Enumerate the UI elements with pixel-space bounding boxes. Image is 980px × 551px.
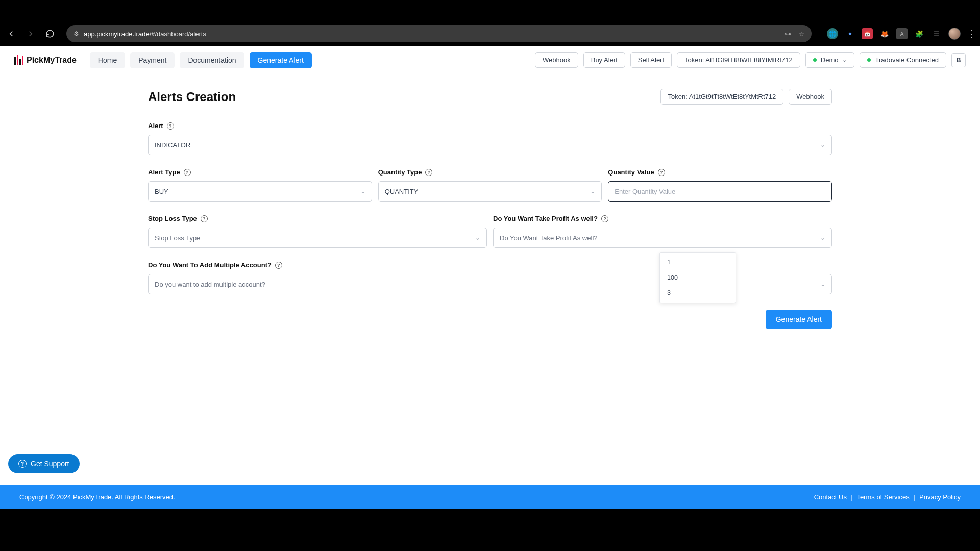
page-footer: Copyright © 2024 PickMyTrade. All Rights… (0, 485, 980, 509)
help-icon[interactable]: ? (601, 215, 608, 222)
alert-select-value: INDICATOR (155, 141, 190, 149)
take-profit-select[interactable]: Do You Want Take Profit As well? ⌄ (493, 228, 832, 248)
extension-icon[interactable]: 📅 (862, 28, 873, 39)
token-chip[interactable]: Token: At1tGt9tTt8tWtEt8tYtMtRt712 (677, 52, 800, 68)
autocomplete-option[interactable]: 100 (660, 270, 736, 285)
extension-icon[interactable]: 🦊 (879, 28, 890, 39)
chevron-down-icon: ⌄ (820, 234, 825, 241)
quantity-autocomplete-dropdown: 1 100 3 (659, 252, 736, 303)
chevron-down-icon: ⌄ (590, 188, 595, 195)
stop-loss-type-select[interactable]: Stop Loss Type ⌄ (148, 228, 487, 248)
nav-home[interactable]: Home (90, 52, 125, 68)
quantity-value-input-wrapper[interactable] (608, 181, 832, 202)
nav-documentation[interactable]: Documentation (180, 52, 244, 68)
browser-menu-icon[interactable]: ⋮ (967, 29, 976, 38)
alert-label: Alert ? (148, 122, 832, 130)
forward-button[interactable] (23, 27, 38, 41)
take-profit-value: Do You Want Take Profit As well? (500, 234, 598, 242)
buy-alert-button[interactable]: Buy Alert (583, 52, 625, 68)
bookmark-star-icon[interactable]: ☆ (798, 30, 804, 38)
logo[interactable]: PickMyTrade (14, 55, 77, 65)
profile-avatar[interactable] (948, 28, 961, 40)
help-icon[interactable]: ? (658, 169, 665, 176)
url-text: app.pickmytrade.trade/#/dashboard/alerts (84, 30, 206, 38)
help-icon[interactable]: ? (184, 169, 191, 176)
user-avatar[interactable]: B (951, 53, 966, 67)
extension-icon[interactable]: 🌐 (827, 28, 838, 39)
take-profit-label: Do You Want Take Profit As well? ? (493, 215, 832, 222)
status-dot-icon (813, 58, 817, 62)
alert-type-value: BUY (155, 188, 168, 195)
site-settings-icon[interactable]: ⚙ (74, 30, 79, 37)
alert-type-select[interactable]: BUY ⌄ (148, 181, 372, 202)
chevron-down-icon: ⌄ (820, 281, 825, 288)
quantity-type-value: QUANTITY (385, 188, 419, 195)
generate-alert-button[interactable]: Generate Alert (766, 310, 832, 329)
get-support-label: Get Support (31, 460, 69, 468)
quantity-type-select[interactable]: QUANTITY ⌄ (378, 181, 602, 202)
chevron-down-icon: ⌄ (842, 57, 847, 63)
address-bar[interactable]: ⚙ app.pickmytrade.trade/#/dashboard/aler… (66, 25, 812, 42)
footer-privacy-link[interactable]: Privacy Policy (919, 493, 961, 501)
browser-toolbar: ⚙ app.pickmytrade.trade/#/dashboard/aler… (0, 21, 980, 46)
account-mode-label: Demo (821, 56, 839, 64)
reading-list-icon[interactable]: ☰ (931, 28, 942, 39)
stop-loss-type-label: Stop Loss Type ? (148, 215, 487, 222)
copyright-text: Copyright © 2024 PickMyTrade. All Rights… (19, 493, 175, 501)
get-support-button[interactable]: ? Get Support (8, 454, 80, 473)
quantity-value-input[interactable] (615, 188, 825, 195)
chevron-down-icon: ⌄ (475, 234, 480, 241)
password-key-icon[interactable]: ⊶ (784, 30, 791, 38)
nav-generate-alert[interactable]: Generate Alert (250, 52, 312, 68)
question-icon: ? (18, 460, 27, 468)
multiple-account-value: Do you want to add multiple account? (155, 281, 265, 288)
help-icon[interactable]: ? (275, 262, 282, 269)
footer-contact-link[interactable]: Contact Us (814, 493, 847, 501)
help-icon[interactable]: ? (167, 122, 174, 130)
account-mode-select[interactable]: Demo ⌄ (805, 52, 855, 68)
help-icon[interactable]: ? (201, 215, 208, 222)
autocomplete-option[interactable]: 3 (660, 285, 736, 300)
chevron-down-icon: ⌄ (820, 141, 825, 148)
nav-payment[interactable]: Payment (130, 52, 175, 68)
logo-text: PickMyTrade (27, 56, 77, 65)
quantity-value-label: Quantity Value ? (608, 168, 832, 176)
extension-icon[interactable]: A (896, 28, 908, 39)
stop-loss-type-value: Stop Loss Type (155, 234, 200, 242)
page-title: Alerts Creation (148, 90, 236, 104)
token-chip-secondary[interactable]: Token: At1tGt9tTt8tWtEt8tYtMtRt712 (660, 89, 784, 105)
status-dot-icon (867, 58, 871, 62)
app-header: PickMyTrade Home Payment Documentation G… (0, 46, 980, 74)
webhook-chip-secondary[interactable]: Webhook (789, 89, 832, 105)
reload-button[interactable] (43, 27, 57, 41)
extension-icon[interactable]: ✦ (844, 28, 855, 39)
autocomplete-option[interactable]: 1 (660, 255, 736, 270)
help-icon[interactable]: ? (425, 169, 432, 176)
connection-status-label: Tradovate Connected (875, 56, 939, 64)
connection-status-chip[interactable]: Tradovate Connected (860, 52, 946, 68)
alert-select[interactable]: INDICATOR ⌄ (148, 135, 832, 155)
webhook-button[interactable]: Webhook (535, 52, 578, 68)
footer-terms-link[interactable]: Terms of Services (856, 493, 909, 501)
alert-type-label: Alert Type ? (148, 168, 372, 176)
chevron-down-icon: ⌄ (360, 188, 365, 195)
quantity-type-label: Quantity Type ? (378, 168, 602, 176)
back-button[interactable] (4, 27, 18, 41)
logo-icon (14, 55, 23, 65)
sell-alert-button[interactable]: Sell Alert (630, 52, 672, 68)
extensions-puzzle-icon[interactable]: 🧩 (914, 28, 925, 39)
